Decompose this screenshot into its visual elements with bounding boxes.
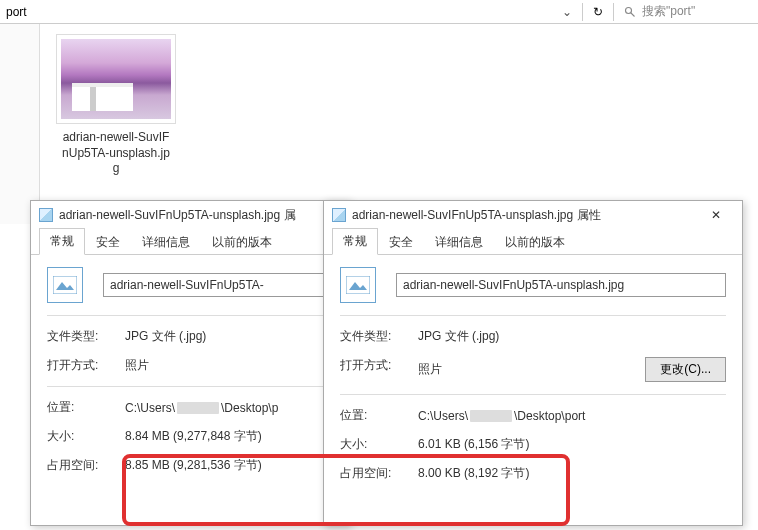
window-title: adrian-newell-SuvIFnUp5TA-unsplash.jpg 属 [59, 207, 341, 224]
window-icon [39, 208, 53, 222]
tab-general[interactable]: 常规 [332, 228, 378, 255]
separator [340, 394, 726, 395]
address-bar[interactable]: port ⌄ [0, 3, 578, 21]
refresh-button[interactable]: ↻ [587, 0, 609, 23]
window-icon [332, 208, 346, 222]
row-sizeondisk: 占用空间: 8.85 MB (9,281,536 字节) [47, 451, 333, 480]
tab-strip: 常规 安全 详细信息 以前的版本 [31, 229, 349, 255]
label-openwith: 打开方式: [47, 357, 125, 374]
value-size: 8.84 MB (9,277,848 字节) [125, 428, 333, 445]
address-path: port [6, 5, 556, 19]
dialog-body: adrian-newell-SuvIFnUp5TA- 文件类型: JPG 文件 … [31, 255, 349, 480]
filename-field[interactable]: adrian-newell-SuvIFnUp5TA-unsplash.jpg [396, 273, 726, 297]
close-button[interactable]: ✕ [698, 205, 734, 225]
row-sizeondisk: 占用空间: 8.00 KB (8,192 字节) [340, 459, 726, 488]
properties-dialog-2: adrian-newell-SuvIFnUp5TA-unsplash.jpg 属… [323, 200, 743, 526]
row-location: 位置: C:\Users\\Desktop\p [47, 393, 333, 422]
label-sizeondisk: 占用空间: [340, 465, 418, 482]
nav-pane[interactable] [0, 24, 40, 224]
explorer-topbar: port ⌄ ↻ 搜索"port" [0, 0, 758, 24]
loc-prefix: C:\Users\ [418, 409, 468, 423]
image-thumbnail [61, 39, 171, 119]
search-placeholder: 搜索"port" [642, 3, 695, 20]
search-icon [624, 6, 636, 18]
value-sizeondisk: 8.00 KB (8,192 字节) [418, 465, 726, 482]
tab-security[interactable]: 安全 [378, 229, 424, 255]
titlebar[interactable]: adrian-newell-SuvIFnUp5TA-unsplash.jpg 属… [324, 201, 742, 229]
svg-rect-2 [53, 276, 77, 294]
tab-strip: 常规 安全 详细信息 以前的版本 [324, 229, 742, 255]
value-openwith: 照片 更改(C)... [418, 357, 726, 382]
value-size: 6.01 KB (6,156 字节) [418, 436, 726, 453]
refresh-icon: ↻ [593, 5, 603, 19]
value-location: C:\Users\\Desktop\port [418, 407, 726, 424]
value-openwith: 照片 [125, 357, 333, 374]
properties-dialog-1: adrian-newell-SuvIFnUp5TA-unsplash.jpg 属… [30, 200, 350, 526]
label-location: 位置: [47, 399, 125, 416]
file-icon-row: adrian-newell-SuvIFnUp5TA-unsplash.jpg [340, 267, 726, 303]
row-filetype: 文件类型: JPG 文件 (.jpg) [47, 322, 333, 351]
tab-previous[interactable]: 以前的版本 [201, 229, 283, 255]
label-size: 大小: [47, 428, 125, 445]
file-type-icon [47, 267, 83, 303]
file-area: adrian-newell-SuvIFnUp5TA-unsplash.jpg [0, 24, 758, 224]
titlebar[interactable]: adrian-newell-SuvIFnUp5TA-unsplash.jpg 属 [31, 201, 349, 229]
loc-suffix: \Desktop\p [221, 401, 278, 415]
loc-prefix: C:\Users\ [125, 401, 175, 415]
tab-security[interactable]: 安全 [85, 229, 131, 255]
row-filetype: 文件类型: JPG 文件 (.jpg) [340, 322, 726, 351]
filename-field[interactable]: adrian-newell-SuvIFnUp5TA- [103, 273, 333, 297]
tab-details[interactable]: 详细信息 [131, 229, 201, 255]
separator [47, 315, 333, 316]
tab-previous[interactable]: 以前的版本 [494, 229, 576, 255]
label-filetype: 文件类型: [340, 328, 418, 345]
value-filetype: JPG 文件 (.jpg) [418, 328, 726, 345]
separator [340, 315, 726, 316]
file-grid[interactable]: adrian-newell-SuvIFnUp5TA-unsplash.jpg [40, 24, 192, 224]
row-openwith: 打开方式: 照片 更改(C)... [340, 351, 726, 388]
file-item[interactable]: adrian-newell-SuvIFnUp5TA-unsplash.jpg [56, 34, 176, 177]
file-icon-row: adrian-newell-SuvIFnUp5TA- [47, 267, 333, 303]
label-sizeondisk: 占用空间: [47, 457, 125, 474]
label-location: 位置: [340, 407, 418, 424]
dialog-body: adrian-newell-SuvIFnUp5TA-unsplash.jpg 文… [324, 255, 742, 488]
tab-details[interactable]: 详细信息 [424, 229, 494, 255]
redacted-mask [177, 402, 219, 414]
svg-rect-4 [346, 276, 370, 294]
value-sizeondisk: 8.85 MB (9,281,536 字节) [125, 457, 333, 474]
chevron-down-icon[interactable]: ⌄ [562, 5, 572, 19]
window-title: adrian-newell-SuvIFnUp5TA-unsplash.jpg 属… [352, 207, 698, 224]
file-thumbnail [56, 34, 176, 124]
search-input[interactable]: 搜索"port" [618, 0, 758, 23]
redacted-mask [470, 410, 512, 422]
file-type-icon [340, 267, 376, 303]
loc-suffix: \Desktop\port [514, 409, 585, 423]
tab-general[interactable]: 常规 [39, 228, 85, 255]
value-filetype: JPG 文件 (.jpg) [125, 328, 333, 345]
value-location: C:\Users\\Desktop\p [125, 399, 333, 416]
file-name-label: adrian-newell-SuvIFnUp5TA-unsplash.jpg [56, 130, 176, 177]
row-size: 大小: 8.84 MB (9,277,848 字节) [47, 422, 333, 451]
separator [582, 3, 583, 21]
separator [47, 386, 333, 387]
row-openwith: 打开方式: 照片 [47, 351, 333, 380]
change-button[interactable]: 更改(C)... [645, 357, 726, 382]
row-location: 位置: C:\Users\\Desktop\port [340, 401, 726, 430]
row-size: 大小: 6.01 KB (6,156 字节) [340, 430, 726, 459]
separator [613, 3, 614, 21]
label-openwith: 打开方式: [340, 357, 418, 382]
svg-point-0 [626, 7, 632, 13]
label-size: 大小: [340, 436, 418, 453]
close-icon: ✕ [711, 208, 721, 222]
svg-line-1 [631, 12, 635, 16]
openwith-app: 照片 [418, 361, 442, 378]
label-filetype: 文件类型: [47, 328, 125, 345]
